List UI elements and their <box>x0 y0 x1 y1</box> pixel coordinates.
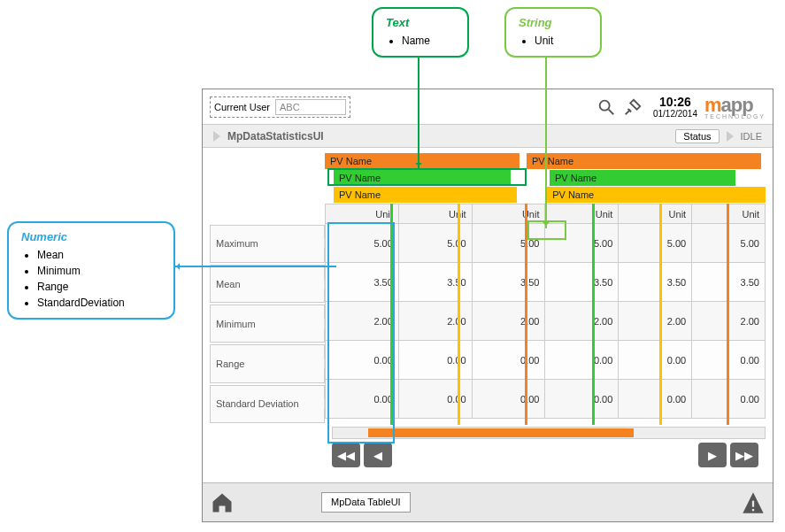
callout-text-title: Text <box>386 16 455 29</box>
unit-header: Unit <box>326 204 399 224</box>
stats-table: UnitUnitUnitUnitUnitUnit 5.005.005.005.0… <box>325 204 766 419</box>
svg-line-1 <box>609 109 614 114</box>
data-cell: 0.00 <box>545 341 619 380</box>
current-user-input[interactable] <box>275 99 346 115</box>
arrow-text <box>418 56 419 169</box>
callout-text-item: Name <box>402 33 455 49</box>
data-cell: 5.00 <box>398 224 472 263</box>
arrow-numeric <box>173 266 336 267</box>
pv-name-bar: PV Name <box>334 170 511 186</box>
data-cell: 0.00 <box>472 380 545 419</box>
footer: MpData TableUI <box>203 482 773 521</box>
svg-point-0 <box>600 100 610 110</box>
data-cell: 3.50 <box>692 263 766 302</box>
callout-text: Text Name <box>372 7 469 58</box>
scrollbar-thumb[interactable] <box>368 428 634 437</box>
data-grid: UnitUnitUnitUnitUnitUnit 5.005.005.005.0… <box>325 204 766 425</box>
unit-header: Unit <box>398 204 472 224</box>
pager: ◀◀ ◀ ▶ ▶▶ <box>210 443 766 467</box>
unit-header: Unit <box>692 204 766 224</box>
page-first-button[interactable]: ◀◀ <box>332 443 360 467</box>
callout-string-title: String <box>519 16 588 29</box>
current-user-label: Current User <box>214 102 270 112</box>
data-cell: 3.50 <box>472 263 545 302</box>
data-cell: 5.00 <box>472 224 545 263</box>
pv-name-bar: PV Name <box>550 170 735 186</box>
data-cell: 2.00 <box>326 302 399 341</box>
callout-string: String Unit <box>504 7 602 58</box>
data-cell: 0.00 <box>472 341 545 380</box>
data-cell: 3.50 <box>619 263 692 302</box>
status-value: IDLE <box>741 131 762 142</box>
data-cell: 3.50 <box>398 263 472 302</box>
callout-numeric-title: Numeric <box>21 230 161 243</box>
data-cell: 5.00 <box>545 224 619 263</box>
callout-numeric-item: StandardDeviation <box>37 295 161 311</box>
clock: 10:26 01/12/2014 <box>653 95 697 119</box>
topbar: Current User 10:26 01/12/2014 mapp TECHN… <box>203 89 773 125</box>
current-user-box: Current User <box>210 96 350 118</box>
table-row: 2.002.002.002.002.002.00 <box>326 302 766 341</box>
data-cell: 2.00 <box>472 302 545 341</box>
callout-string-item: Unit <box>535 33 588 49</box>
search-icon[interactable] <box>596 97 616 117</box>
data-cell: 0.00 <box>326 341 399 380</box>
data-cell: 5.00 <box>326 224 399 263</box>
row-label-minimum: Minimum <box>210 305 325 343</box>
unit-header: Unit <box>472 204 545 224</box>
svg-rect-2 <box>752 500 754 506</box>
app-window: Current User 10:26 01/12/2014 mapp TECHN… <box>202 89 773 522</box>
pv-name-bar: PV Name <box>334 187 517 203</box>
clock-date: 01/12/2014 <box>653 109 697 119</box>
pv-name-bar: PV Name <box>547 187 766 203</box>
footer-tab-mpdata[interactable]: MpData TableUI <box>321 492 411 512</box>
unit-header: Unit <box>619 204 692 224</box>
row-label-mean: Mean <box>210 265 325 303</box>
callout-numeric: Numeric Mean Minimum Range StandardDevia… <box>7 221 175 320</box>
callout-numeric-item: Range <box>37 279 161 295</box>
breadcrumb-arrow-icon <box>213 131 220 142</box>
clock-time: 10:26 <box>653 95 697 109</box>
callout-numeric-item: Minimum <box>37 263 161 279</box>
content: PV Name PV Name PV Name PV Name PV Name … <box>203 148 773 482</box>
data-cell: 2.00 <box>398 302 472 341</box>
unit-header: Unit <box>545 204 619 224</box>
home-icon[interactable] <box>210 490 235 515</box>
subheader: MpDataStatisticsUI Status IDLE <box>203 125 773 148</box>
page-prev-button[interactable]: ◀ <box>364 443 392 467</box>
data-cell: 2.00 <box>619 302 692 341</box>
row-labels: Maximum Mean Minimum Range Standard Devi… <box>210 204 325 425</box>
alert-icon[interactable] <box>741 490 766 515</box>
table-row: 0.000.000.000.000.000.00 <box>326 380 766 419</box>
tools-icon[interactable] <box>623 97 643 117</box>
data-cell: 3.50 <box>326 263 399 302</box>
status-arrow-icon <box>727 131 734 142</box>
page-title: MpDataStatisticsUI <box>227 130 324 143</box>
data-cell: 0.00 <box>692 380 766 419</box>
data-cell: 3.50 <box>545 263 619 302</box>
callout-numeric-item: Mean <box>37 247 161 263</box>
data-cell: 0.00 <box>619 380 692 419</box>
row-label-stddev: Standard Deviation <box>210 385 325 423</box>
data-cell: 0.00 <box>545 380 619 419</box>
arrow-string <box>545 56 547 228</box>
page-last-button[interactable]: ▶▶ <box>730 443 758 467</box>
data-cell: 2.00 <box>545 302 619 341</box>
data-cell: 0.00 <box>692 341 766 380</box>
table-row: 5.005.005.005.005.005.00 <box>326 224 766 263</box>
data-cell: 5.00 <box>619 224 692 263</box>
pv-name-bar: PV Name <box>325 153 519 169</box>
horizontal-scrollbar[interactable] <box>332 427 766 439</box>
pv-name-bar: PV Name <box>527 153 761 169</box>
row-label-maximum: Maximum <box>210 225 325 263</box>
data-cell: 2.00 <box>692 302 766 341</box>
table-row: 0.000.000.000.000.000.00 <box>326 341 766 380</box>
data-cell: 5.00 <box>692 224 766 263</box>
page-next-button[interactable]: ▶ <box>698 443 727 467</box>
row-label-range: Range <box>210 344 325 382</box>
table-row: 3.503.503.503.503.503.50 <box>326 263 766 302</box>
logo: mapp TECHNOLOGY <box>704 94 766 120</box>
stats-area: Maximum Mean Minimum Range Standard Devi… <box>210 204 766 425</box>
data-cell: 0.00 <box>326 380 399 419</box>
data-cell: 0.00 <box>398 380 472 419</box>
